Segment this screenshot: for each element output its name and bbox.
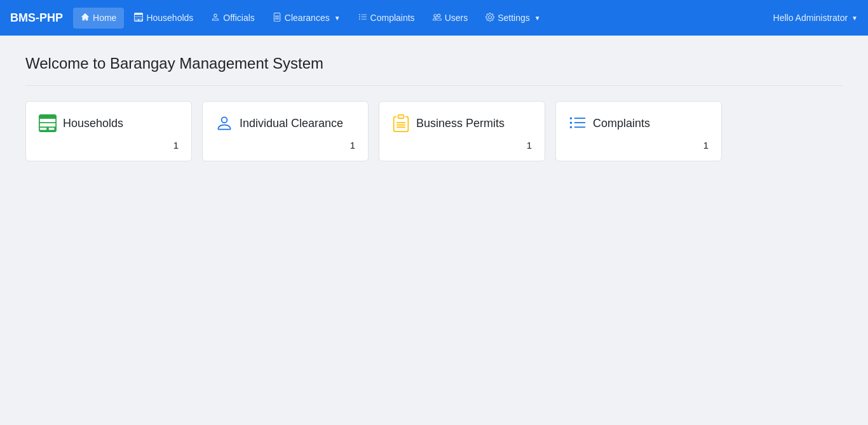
user-greeting: Hello Administrator [773, 13, 848, 23]
business-card-icon [392, 114, 410, 132]
card-clearance-header: Individual Clearance [215, 114, 355, 132]
nav-home-label: Home [93, 13, 116, 23]
card-households-header: Households [39, 114, 179, 132]
users-icon [433, 13, 442, 24]
nav-users[interactable]: Users [425, 8, 476, 29]
brand-logo[interactable]: BMS-PHP [10, 11, 63, 25]
nav-clearances-label: Clearances [285, 13, 330, 23]
nav-settings[interactable]: Settings ▼ [478, 8, 548, 29]
nav-home[interactable]: Home [73, 8, 124, 29]
user-menu[interactable]: Hello Administrator ▼ [773, 13, 858, 23]
nav-officials-label: Officials [223, 13, 255, 23]
nav-settings-label: Settings [498, 13, 530, 23]
main-content: Welcome to Barangay Management System Ho… [0, 36, 868, 180]
settings-dropdown-arrow: ▼ [534, 15, 541, 22]
card-households[interactable]: Households 1 [25, 101, 192, 161]
nav-users-label: Users [445, 13, 468, 23]
households-card-icon [39, 114, 57, 132]
card-complaints-header: Complaints [569, 114, 709, 132]
officials-icon [211, 13, 220, 24]
nav-complaints[interactable]: Complaints [351, 8, 423, 29]
clearances-dropdown-arrow: ▼ [334, 15, 341, 22]
card-individual-clearance[interactable]: Individual Clearance 1 [202, 101, 369, 161]
complaints-card-count: 1 [569, 140, 709, 151]
nav-clearances[interactable]: Clearances ▼ [265, 8, 348, 29]
complaints-nav-icon [358, 13, 367, 24]
card-complaints[interactable]: Complaints 1 [555, 101, 722, 161]
clearances-icon [273, 13, 281, 24]
clearance-card-icon [215, 114, 233, 132]
card-business-permits[interactable]: Business Permits 1 [379, 101, 545, 161]
nav-households[interactable]: Households [126, 8, 201, 29]
complaints-card-title: Complaints [593, 117, 650, 130]
business-card-title: Business Permits [416, 117, 505, 130]
households-card-count: 1 [39, 140, 179, 151]
nav-officials[interactable]: Officials [203, 8, 262, 29]
navbar: BMS-PHP Home Households Officials [0, 0, 868, 36]
home-icon [81, 13, 90, 24]
nav-households-label: Households [146, 13, 193, 23]
business-card-count: 1 [392, 140, 532, 151]
complaints-card-icon [569, 114, 587, 132]
table-nav-icon [134, 13, 143, 24]
clearance-card-count: 1 [215, 140, 355, 151]
page-title: Welcome to Barangay Management System [25, 55, 843, 72]
households-card-title: Households [63, 117, 123, 130]
user-dropdown-arrow: ▼ [851, 15, 858, 22]
divider [25, 85, 843, 86]
card-business-header: Business Permits [392, 114, 532, 132]
settings-icon [485, 13, 494, 24]
nav-complaints-label: Complaints [370, 13, 415, 23]
navbar-left: BMS-PHP Home Households Officials [10, 8, 548, 29]
clearance-card-title: Individual Clearance [240, 117, 343, 130]
cards-row: Households 1 Individual Clearance 1 [25, 101, 843, 161]
